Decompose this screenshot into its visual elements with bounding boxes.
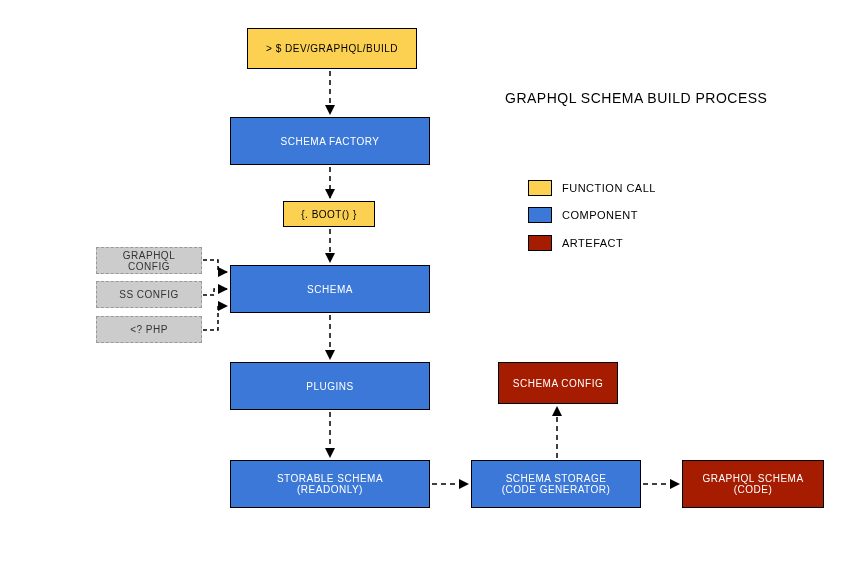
- legend-swatch-artefact: [528, 235, 552, 251]
- node-ss-config: SS CONFIG: [96, 281, 202, 308]
- node-storable-schema: STORABLE SCHEMA (READONLY): [230, 460, 430, 508]
- legend-label-function-call: FUNCTION CALL: [562, 182, 656, 194]
- legend-swatch-component: [528, 207, 552, 223]
- node-graphql-schema-code: GRAPHQL SCHEMA (CODE): [682, 460, 824, 508]
- node-schema-config: SCHEMA CONFIG: [498, 362, 618, 404]
- legend-label-artefact: ARTEFACT: [562, 237, 623, 249]
- node-schema-factory: SCHEMA FACTORY: [230, 117, 430, 165]
- legend-label-component: COMPONENT: [562, 209, 638, 221]
- node-dev-build: > $ DEV/GRAPHQL/BUILD: [247, 28, 417, 69]
- node-schema-storage: SCHEMA STORAGE (CODE GENERATOR): [471, 460, 641, 508]
- node-boot: {. BOOT() }: [283, 201, 375, 227]
- legend-swatch-function-call: [528, 180, 552, 196]
- diagram-title: GRAPHQL SCHEMA BUILD PROCESS: [505, 90, 767, 106]
- node-schema: SCHEMA: [230, 265, 430, 313]
- node-php-config: <? PHP: [96, 316, 202, 343]
- node-graphql-config: GRAPHQL CONFIG: [96, 247, 202, 274]
- node-plugins: PLUGINS: [230, 362, 430, 410]
